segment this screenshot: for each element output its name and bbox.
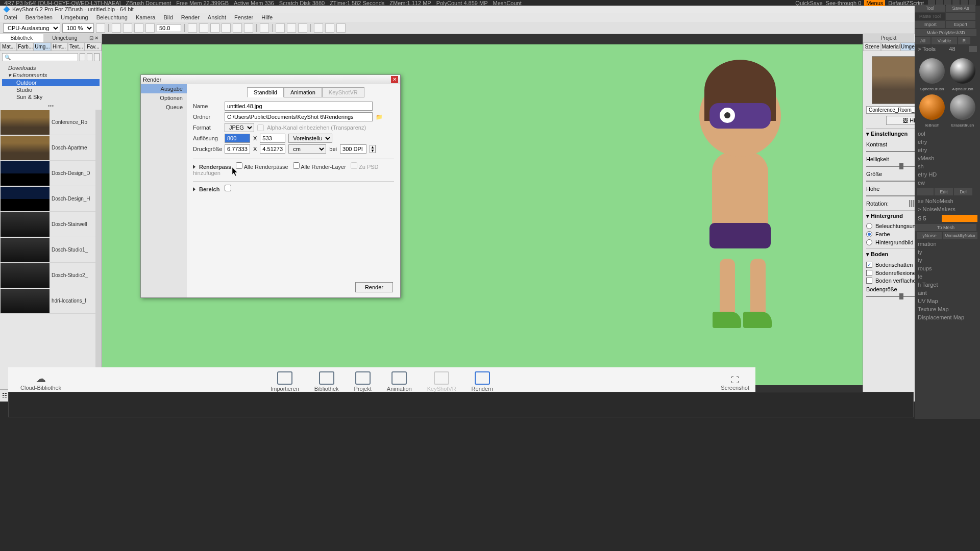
env-thumb-studio1[interactable]: Dosch-Studio1_ [0,237,95,263]
lib-scrollbar[interactable] [95,110,102,389]
menu-hilfe[interactable]: Hilfe [261,14,273,20]
tool5-icon[interactable] [244,23,253,33]
cube-icon[interactable] [276,23,285,33]
tool3-icon[interactable] [210,23,219,33]
render-name-input[interactable] [225,102,373,111]
menu-ansicht[interactable]: Ansicht [208,14,226,20]
env-thumb-studio2[interactable]: Dosch-Studio2_ [0,263,95,288]
subtab-umg[interactable]: Umg... [34,42,51,51]
menu-fenster[interactable]: Fenster [234,14,253,20]
bg-env-radio[interactable] [866,223,872,229]
side-optionen[interactable]: Optionen [141,93,187,103]
download-icon[interactable] [145,23,155,33]
cpu-select[interactable]: CPU-Auslastung [3,23,60,33]
browse-folder-icon[interactable]: 📁 [376,114,383,120]
menu-beleuchtung[interactable]: Beleuchtung [96,14,128,20]
env-thumb-hdri[interactable]: hdri-locations_f [0,288,95,314]
dialog-title-bar[interactable]: Render ✕ [141,75,400,84]
tool4-icon[interactable] [233,23,242,33]
res-height-input[interactable] [260,134,285,143]
screenshot-button[interactable]: ⛶ Screenshot [721,375,749,391]
subtab-mat[interactable]: Mat... [0,42,17,51]
cpu-pct[interactable]: 100 % [62,23,94,33]
import-button[interactable]: Importieren [271,371,299,392]
x-icon[interactable] [314,23,323,33]
img-icon[interactable] [287,23,296,33]
subtab-hint[interactable]: Hint... [51,42,68,51]
floor-flat-check[interactable] [866,278,872,284]
env-thumb-conference[interactable]: Conference_Ro [0,110,95,135]
filter-icon[interactable] [87,53,92,61]
tab-standbild[interactable]: Standbild [247,87,284,97]
side-queue[interactable]: Queue [141,103,187,112]
library-button[interactable]: Bibliothek [314,371,339,392]
print-width-input[interactable] [225,144,250,154]
floor-refl-check[interactable] [866,270,872,276]
tool2-icon[interactable] [199,23,208,33]
unit-select[interactable]: cm [288,144,326,154]
zoom-input[interactable] [157,24,181,32]
timeline-strip[interactable] [8,392,914,417]
env-thumb-stairwell[interactable]: Dosch-Stairwell [0,212,95,237]
curve-icon[interactable] [298,23,307,33]
format-select[interactable]: JPEG [225,123,254,132]
floor-shadow-check[interactable] [866,262,872,268]
library-search[interactable] [2,53,78,61]
lock-icon[interactable] [260,23,269,33]
alpha-brush-icon[interactable] [950,58,975,84]
res-preset-select[interactable]: Voreinstellungen [288,134,332,143]
tree-outdoor[interactable]: Outdoor [2,79,100,86]
cloud-library-button[interactable]: ☁ Cloud-Bibliothek [20,372,61,391]
pause-icon[interactable] [96,23,105,33]
dpi-input[interactable] [340,144,366,154]
bereich-disclosure[interactable] [193,187,195,191]
bg-image-radio[interactable] [866,239,872,245]
alpha-checkbox[interactable] [257,124,264,131]
menu-render[interactable]: Render [181,14,200,20]
render-toolbar-button[interactable]: Rendern [472,371,493,392]
view-icon[interactable] [80,53,85,61]
undock-icon[interactable]: ⊡ ✕ [86,34,102,42]
refresh-lib-icon[interactable] [94,53,100,61]
render-folder-input[interactable] [225,112,373,121]
menu-bild[interactable]: Bild [163,14,173,20]
animation-button[interactable]: Animation [387,371,412,392]
menu-kamera[interactable]: Kamera [136,14,156,20]
env-thumb-apartment[interactable]: Dosch-Apartme [0,135,95,161]
all-layers-check[interactable] [293,162,300,169]
tab-projekt[interactable]: Projekt [863,34,914,42]
menu-bearbeiten[interactable]: Bearbeiten [26,14,53,20]
dpi-spinner[interactable]: ▲▼ [370,145,376,153]
grid-view-icon[interactable]: ☷ [2,392,7,399]
tab-umgebung-left[interactable]: Umgebung [43,34,87,42]
env-thumb-design-d[interactable]: Dosch-Design_D [0,161,95,186]
subtab-farb[interactable]: Farb... [17,42,34,51]
tool-icon[interactable] [188,23,197,33]
side-ausgabe[interactable]: Ausgabe [141,84,187,93]
refresh-icon[interactable] [123,23,132,33]
subtab-fav[interactable]: Fav... [85,42,102,51]
res-width-input[interactable] [225,134,250,143]
dialog-close-button[interactable]: ✕ [391,76,398,83]
env-thumb-design-h[interactable]: Dosch-Design_H [0,186,95,212]
sphere-brush-icon[interactable] [919,58,945,84]
rotate-icon[interactable] [222,23,231,33]
subtab-text[interactable]: Text... [68,42,85,51]
project-button[interactable]: Projekt [354,371,372,392]
person-icon[interactable] [336,23,346,33]
render-button[interactable]: Render [355,282,393,292]
print-height-input[interactable] [260,144,285,154]
bereich-check[interactable] [225,185,231,191]
expand-icon[interactable] [134,23,143,33]
bg-color-radio[interactable] [866,231,872,237]
menus-toggle[interactable]: Menus [864,0,885,6]
psd-check[interactable] [351,162,357,169]
tab-bibliothek[interactable]: Bibliothek [0,34,43,42]
renderpass-disclosure[interactable] [193,165,195,169]
ile-brush-icon[interactable] [919,94,945,120]
undo-icon[interactable] [112,23,121,33]
menu-umgebung[interactable]: Umgebung [61,14,88,20]
eraser-brush-icon[interactable] [950,94,975,120]
full-icon[interactable] [325,23,334,33]
tab-animation[interactable]: Animation [284,87,322,97]
